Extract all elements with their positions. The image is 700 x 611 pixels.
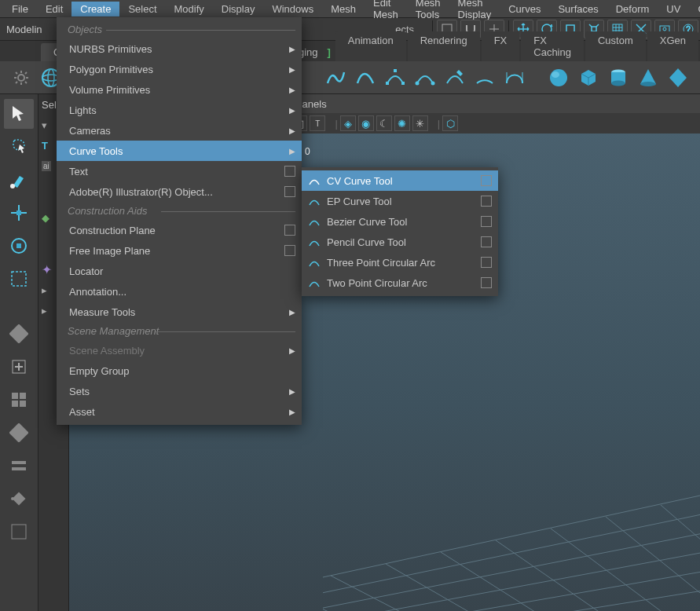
paint-select-tool[interactable] [4,165,34,195]
menu-item-label: Volume Primitives [69,84,289,96]
gear-icon[interactable] [8,64,35,91]
layout-slider-icon[interactable] [4,451,34,481]
poly-diamond-icon[interactable] [665,64,691,91]
motion-blur-icon[interactable]: ✺ [394,115,410,131]
layout-icon[interactable] [4,319,34,349]
scale-axis-tool[interactable] [4,264,34,294]
menu-item-adobe-r-illustrator-r-object-[interactable]: Adobe(R) Illustrator(R) Object... [57,181,302,202]
tab-fx[interactable]: FX [482,31,520,61]
tab-fx-caching[interactable]: FX Caching [521,31,584,61]
layout-last-icon[interactable] [4,517,34,547]
option-box-icon[interactable] [481,175,492,186]
submenu-item-ep-curve-tool[interactable]: EP Curve Tool [302,191,498,211]
menu-item-sets[interactable]: Sets▶ [57,381,302,401]
select-tool[interactable] [4,99,34,129]
tab-animation[interactable]: Animation [335,31,406,61]
menu-item-annotation-[interactable]: Annotation... [57,281,302,302]
workspace-dropdown[interactable]: Modelin [0,20,49,38]
curve-icon[interactable] [322,64,349,91]
menu-item-construction-plane[interactable]: Construction Plane [57,220,302,240]
svg-line-51 [386,564,590,611]
option-box-icon[interactable] [284,166,295,177]
menu-item-empty-group[interactable]: Empty Group [57,360,302,381]
menu-display[interactable]: Display [213,2,264,16]
menu-gen[interactable]: Gen [689,2,700,16]
menu-item-measure-tools[interactable]: Measure Tools▶ [57,302,302,322]
menu-item-free-image-plane[interactable]: Free Image Plane [57,240,302,261]
curve2-icon[interactable] [352,64,379,91]
option-box-icon[interactable] [481,257,492,268]
light-icon[interactable]: ◈ [340,115,356,131]
submenu-item-cv-curve-tool[interactable]: CV Curve Tool [302,170,498,191]
cv-curve-small-icon[interactable] [382,64,409,91]
menu-item-nurbs-primitives[interactable]: NURBS Primitives▶ [57,38,302,59]
submenu-item-two-point-circular-arc[interactable]: Two Point Circular Arc [302,273,498,293]
menu-windows[interactable]: Windows [263,2,322,16]
option-box-icon[interactable] [481,196,492,207]
aa-icon[interactable]: ✳ [412,115,428,131]
divider: | [438,118,440,130]
tab-xgen[interactable]: XGen [647,31,698,61]
menu-item-locator[interactable]: Locator [57,261,302,281]
arc-small-icon[interactable] [471,64,498,91]
bezier-small-icon[interactable] [501,64,528,91]
menu-edit-mesh[interactable]: Edit Mesh [365,0,407,22]
layout-four-icon[interactable] [4,385,34,415]
pencil-curve-small-icon[interactable] [442,64,468,91]
option-box-icon[interactable] [284,225,295,236]
menu-modify[interactable]: Modify [166,2,213,16]
menu-curves[interactable]: Curves [500,2,549,16]
rotate-axis-tool[interactable] [4,231,34,261]
menu-mesh[interactable]: Mesh [322,2,365,16]
svg-point-16 [416,81,420,85]
menu-item-volume-primitives[interactable]: Volume Primitives▶ [57,79,302,100]
menu-section-header: Objects [57,20,302,38]
tab-custom[interactable]: Custom [585,31,646,61]
layout-diamond2-icon[interactable] [4,418,34,448]
menu-item-label: Text [69,166,278,177]
menu-item-text[interactable]: Text [57,161,302,181]
menu-deform[interactable]: Deform [607,2,658,16]
menu-item-cameras[interactable]: Cameras▶ [57,120,302,141]
option-box-icon[interactable] [284,245,295,256]
submenu-item-three-point-circular-arc[interactable]: Three Point Circular Arc [302,252,498,273]
option-box-icon[interactable] [481,236,492,247]
option-box-icon[interactable] [481,216,492,227]
isolate-icon[interactable]: ⬡ [442,115,458,131]
ao-icon[interactable]: ☾ [376,115,392,131]
main-menu-bar: FileEditCreateSelectModifyDisplayWindows… [0,0,700,17]
layout-add-icon[interactable] [4,352,34,382]
textured-icon[interactable]: T [310,115,325,131]
poly-cone-icon[interactable] [635,64,662,91]
move-axis-tool[interactable] [4,198,34,228]
shadow-icon[interactable]: ◉ [358,115,374,131]
menu-edit[interactable]: Edit [37,2,71,16]
menu-mesh-display[interactable]: Mesh Display [449,0,500,22]
menu-surfaces[interactable]: Surfaces [549,2,607,16]
svg-rect-29 [16,243,21,248]
poly-cylinder-icon[interactable] [605,64,632,91]
poly-cube-icon[interactable] [575,64,602,91]
option-box-icon[interactable] [284,186,295,197]
tab-rendering[interactable]: Rendering [408,31,480,61]
menu-file[interactable]: File [3,2,37,16]
layout-dotdiamond-icon[interactable] [4,484,34,514]
chevron-down-icon[interactable]: ▾ [42,119,47,131]
menu-item-lights[interactable]: Lights▶ [57,100,302,120]
ep-curve-small-icon[interactable] [412,64,438,91]
chevron-right-icon[interactable]: ▸ [42,284,47,296]
menu-item-asset[interactable]: Asset▶ [57,401,302,422]
menu-item-curve-tools[interactable]: Curve Tools▶ [57,141,302,161]
menu-mesh-tools[interactable]: Mesh Tools [407,0,449,22]
menu-create[interactable]: Create [71,2,119,16]
submenu-item-bezier-curve-tool[interactable]: Bezier Curve Tool [302,211,498,232]
poly-sphere-icon[interactable] [545,64,572,91]
submenu-item-pencil-curve-tool[interactable]: Pencil Curve Tool [302,232,498,252]
menu-item-label: Construction Plane [69,225,278,236]
menu-uv[interactable]: UV [658,2,689,16]
option-box-icon[interactable] [481,277,492,288]
menu-item-polygon-primitives[interactable]: Polygon Primitives▶ [57,59,302,79]
lasso-tool[interactable] [4,132,34,162]
chevron-right-icon[interactable]: ▸ [42,305,47,316]
menu-select[interactable]: Select [119,2,165,16]
